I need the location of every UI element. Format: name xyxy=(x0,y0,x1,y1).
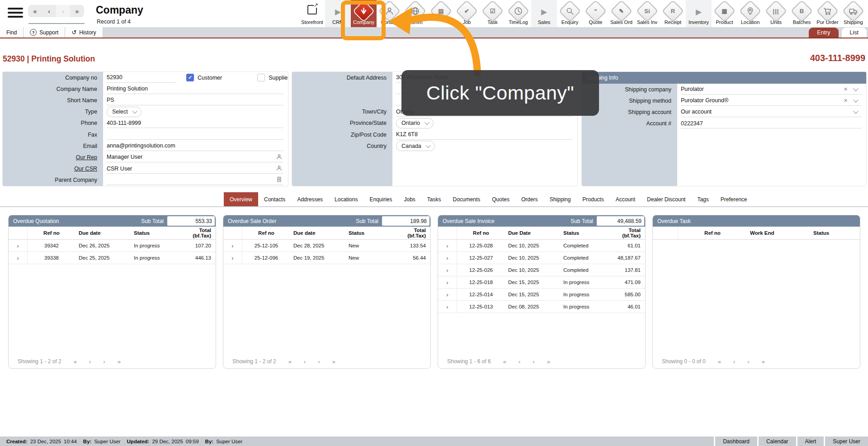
pager-last-button[interactable]: » xyxy=(332,358,335,365)
subtotal-input[interactable]: 49,488.59 xyxy=(597,216,644,226)
tab-account[interactable]: Account xyxy=(610,192,641,206)
short-name-field[interactable]: PS xyxy=(107,95,283,105)
toolbar-item-shipping[interactable]: Shipping xyxy=(840,0,866,27)
toolbar-item-sales-ord[interactable]: ✎Sales Ord xyxy=(609,0,634,27)
table-row[interactable]: ›12-25-018Dec 15, 2025In progress471.09 xyxy=(438,276,645,289)
toolbar-item-sales[interactable]: ▶Sales xyxy=(531,0,557,27)
tab-jobs[interactable]: Jobs xyxy=(398,192,421,206)
our-rep-field[interactable]: Manager User xyxy=(107,152,283,162)
row-expand-icon[interactable]: › xyxy=(438,301,457,313)
shipping-method-field[interactable]: Purolator Ground®× xyxy=(681,96,862,106)
pager-next-button[interactable]: › xyxy=(318,358,320,365)
row-expand-icon[interactable]: › xyxy=(438,289,457,300)
our-csr-field[interactable]: CSR User xyxy=(107,164,283,174)
table-row[interactable]: ›12-25-014Dec 15, 2025In progress585.00 xyxy=(438,289,645,301)
toolbar-item-product[interactable]: ▦Product xyxy=(712,0,737,27)
find-tab[interactable]: Find xyxy=(0,27,24,38)
toolbar-item-inventory[interactable]: ▶Inventory xyxy=(686,0,712,27)
toolbar-item-storefront[interactable]: ↗Storefront xyxy=(299,0,325,27)
entry-view-tab[interactable]: Entry xyxy=(809,28,838,38)
fax-field[interactable] xyxy=(107,130,283,140)
company-no-field[interactable]: 52930 xyxy=(107,73,175,83)
record-last-button[interactable]: » xyxy=(70,5,84,17)
toolbar-item-sales-inv[interactable]: SiSales Inv xyxy=(634,0,660,27)
table-row[interactable]: ›12-25-013Dec 08, 2025In progress46.01 xyxy=(438,301,645,313)
tab-quotes[interactable]: Quotes xyxy=(486,192,515,206)
toolbar-item-units[interactable]: |||Units xyxy=(763,0,789,27)
table-row[interactable]: ›39342Dec 26, 2025In progress107.20 xyxy=(9,240,216,252)
country-select[interactable]: Canada xyxy=(396,141,435,151)
pager-last-button[interactable]: » xyxy=(547,358,550,365)
tab-overview[interactable]: Overview xyxy=(224,192,258,206)
tab-addresses[interactable]: Addresses xyxy=(291,192,329,206)
pager-next-button[interactable]: › xyxy=(103,358,105,365)
shipping-account-field[interactable]: Our account xyxy=(681,107,862,117)
pager-first-button[interactable]: « xyxy=(288,358,292,365)
pager-first-button[interactable]: « xyxy=(718,358,721,365)
pager-prev-button[interactable]: ‹ xyxy=(304,358,306,365)
row-expand-icon[interactable]: › xyxy=(438,240,457,251)
history-tab[interactable]: ↺ History xyxy=(65,27,103,38)
table-row[interactable]: ›12-25-027Dec 10, 2025Completed48,187.67 xyxy=(438,252,645,264)
clear-icon[interactable]: × xyxy=(844,96,848,104)
pager-next-button[interactable]: › xyxy=(747,358,749,365)
hamburger-menu-button[interactable] xyxy=(8,8,23,18)
subtotal-input[interactable]: 553.33 xyxy=(167,216,215,226)
account-field[interactable]: 0222347 xyxy=(681,119,862,128)
chevron-down-icon[interactable] xyxy=(853,86,858,91)
pager-prev-button[interactable]: ‹ xyxy=(519,358,520,365)
toolbar-item-enquiry[interactable]: Enquiry xyxy=(557,0,583,27)
toolbar-item-receipt[interactable]: RReceipt xyxy=(660,0,686,27)
record-next-button[interactable]: › xyxy=(56,5,70,17)
toolbar-item-pur-order[interactable]: Pur Order xyxy=(815,0,840,27)
tab-dealer-discount[interactable]: Dealer Discount xyxy=(641,192,691,206)
table-row[interactable]: ›12-25-026Dec 10, 2025Completed137.81 xyxy=(438,264,645,276)
toolbar-item-location[interactable]: Location xyxy=(737,0,763,27)
checkbox-customer[interactable]: ✓Customer xyxy=(186,74,222,81)
province-state-select[interactable]: Ontario xyxy=(396,118,434,128)
zip-post-code-field[interactable]: K1Z 6T8 xyxy=(396,130,573,140)
dashboard-button[interactable]: Dashboard xyxy=(715,437,757,446)
row-expand-icon[interactable]: › xyxy=(223,252,242,264)
chevron-down-icon[interactable] xyxy=(853,109,858,114)
company-name-field[interactable]: Printing Solution xyxy=(107,84,283,94)
row-expand-icon[interactable]: › xyxy=(438,252,457,264)
alert-button[interactable]: Alert xyxy=(797,437,824,446)
table-row[interactable]: ›39338Dec 25, 2025In progress446.13 xyxy=(9,252,216,264)
toolbar-item-quote[interactable]: “Quote xyxy=(583,0,609,27)
shipping-company-field[interactable]: Purolator× xyxy=(681,85,862,95)
tab-preference[interactable]: Preference xyxy=(715,192,753,206)
pager-prev-button[interactable]: ‹ xyxy=(733,358,735,365)
row-expand-icon[interactable]: › xyxy=(9,252,28,264)
chevron-down-icon[interactable] xyxy=(853,97,858,102)
clear-icon[interactable]: × xyxy=(844,85,848,93)
pager-last-button[interactable]: » xyxy=(762,358,765,365)
table-row[interactable]: ›25-12-096Dec 19, 2025New56.44 xyxy=(223,252,430,264)
tab-tasks[interactable]: Tasks xyxy=(421,192,447,206)
tab-enquiries[interactable]: Enquiries xyxy=(363,192,398,206)
toolbar-item-batches[interactable]: BBatches xyxy=(789,0,815,27)
row-expand-icon[interactable]: › xyxy=(9,240,28,251)
record-prev-button[interactable]: ‹ xyxy=(42,5,56,17)
support-tab[interactable]: ? Support xyxy=(24,27,65,38)
tab-locations[interactable]: Locations xyxy=(329,192,363,206)
type-select[interactable]: Select xyxy=(107,107,142,117)
tab-orders[interactable]: Orders xyxy=(515,192,544,206)
tab-tags[interactable]: Tags xyxy=(691,192,714,206)
row-expand-icon[interactable]: › xyxy=(438,264,457,276)
pager-prev-button[interactable]: ‹ xyxy=(89,358,91,365)
pager-first-button[interactable]: « xyxy=(74,358,77,365)
email-field[interactable]: anna@printingsolution.com xyxy=(107,141,283,151)
table-row[interactable]: ›25-12-105Dec 28, 2025New133.54 xyxy=(223,240,430,252)
pager-next-button[interactable]: › xyxy=(533,358,534,365)
record-first-button[interactable]: « xyxy=(28,5,42,17)
parent-company-field[interactable] xyxy=(107,175,283,185)
pager-last-button[interactable]: » xyxy=(118,358,121,365)
list-view-tab[interactable]: List xyxy=(842,28,867,38)
calendar-button[interactable]: Calendar xyxy=(759,437,796,446)
super-user-button[interactable]: Super User xyxy=(825,437,868,446)
tab-products[interactable]: Products xyxy=(576,192,609,206)
subtotal-input[interactable]: 189.98 xyxy=(382,216,429,226)
toolbar-item-timelog[interactable]: TimeLog xyxy=(505,0,531,27)
phone-field[interactable]: 403-111-8999 xyxy=(107,118,283,128)
